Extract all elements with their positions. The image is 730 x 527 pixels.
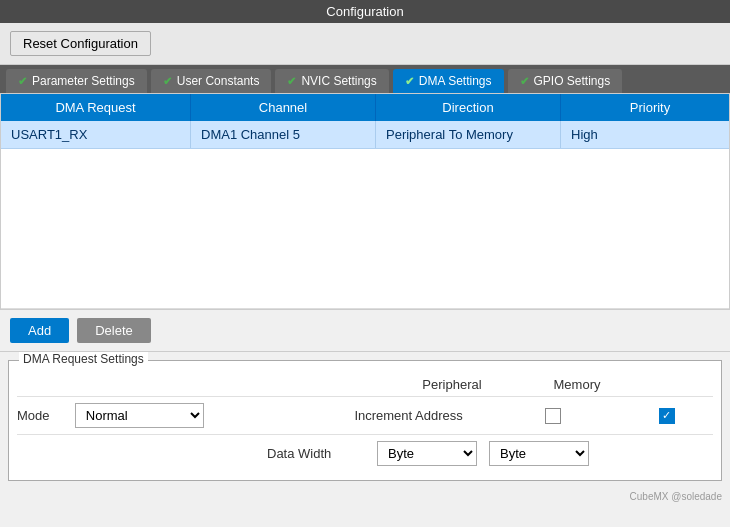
- tabs-bar: ✔ Parameter Settings ✔ User Constants ✔ …: [0, 65, 730, 93]
- tab-dma-check: ✔: [405, 75, 414, 88]
- tab-user-constants-check: ✔: [163, 75, 172, 88]
- button-area: Add Delete: [0, 310, 730, 352]
- tab-dma-label: DMA Settings: [419, 74, 492, 88]
- tab-user-constants[interactable]: ✔ User Constants: [151, 69, 272, 93]
- cell-priority: High: [561, 121, 730, 148]
- tab-nvic-check: ✔: [287, 75, 296, 88]
- settings-legend: DMA Request Settings: [19, 352, 148, 366]
- title-bar: Configuration: [0, 0, 730, 23]
- settings-group: DMA Request Settings Peripheral Memory M…: [8, 360, 722, 481]
- mode-label: Mode: [17, 408, 67, 423]
- col-header-direction: Direction: [376, 94, 561, 121]
- watermark: CubeMX @soledade: [0, 489, 730, 504]
- peripheral-datawidth-select[interactable]: Byte Half Word Word: [377, 441, 477, 466]
- add-button[interactable]: Add: [10, 318, 69, 343]
- cell-direction: Peripheral To Memory: [376, 121, 561, 148]
- reset-configuration-button[interactable]: Reset Configuration: [10, 31, 151, 56]
- toolbar: Reset Configuration: [0, 23, 730, 65]
- table-header: DMA Request Channel Direction Priority: [1, 94, 729, 121]
- tab-gpio-label: GPIO Settings: [534, 74, 611, 88]
- tab-nvic-label: NVIC Settings: [301, 74, 376, 88]
- tab-parameter-label: Parameter Settings: [32, 74, 135, 88]
- tab-parameter-check: ✔: [18, 75, 27, 88]
- tab-parameter[interactable]: ✔ Parameter Settings: [6, 69, 147, 93]
- tab-dma[interactable]: ✔ DMA Settings: [393, 69, 504, 93]
- tab-nvic[interactable]: ✔ NVIC Settings: [275, 69, 388, 93]
- mode-row: Mode Normal Circular Increment Address: [17, 396, 713, 434]
- table-row[interactable]: USART1_RX DMA1 Channel 5 Peripheral To M…: [1, 121, 729, 149]
- memory-datawidth-select[interactable]: Byte Half Word Word: [489, 441, 589, 466]
- peripheral-col-header: Peripheral: [387, 377, 517, 392]
- tab-gpio[interactable]: ✔ GPIO Settings: [508, 69, 623, 93]
- peripheral-checkbox[interactable]: [545, 408, 561, 424]
- col-header-channel: Channel: [191, 94, 376, 121]
- cell-channel: DMA1 Channel 5: [191, 121, 376, 148]
- content-area: DMA Request Channel Direction Priority U…: [0, 93, 730, 310]
- memory-col-header: Memory: [517, 377, 637, 392]
- delete-button[interactable]: Delete: [77, 318, 151, 343]
- col-headers-row: Peripheral Memory: [17, 377, 713, 392]
- datawidth-label: Data Width: [267, 446, 367, 461]
- memory-checkbox-area: [613, 408, 713, 424]
- memory-checkbox[interactable]: [659, 408, 675, 424]
- col-header-request: DMA Request: [1, 94, 191, 121]
- table-empty-area: [1, 149, 729, 309]
- tab-gpio-check: ✔: [520, 75, 529, 88]
- increment-address-label: Increment Address: [354, 408, 484, 423]
- title-label: Configuration: [326, 4, 403, 19]
- tab-user-constants-label: User Constants: [177, 74, 260, 88]
- cell-request: USART1_RX: [1, 121, 191, 148]
- peripheral-checkbox-area: [484, 408, 614, 424]
- datawidth-row: Data Width Byte Half Word Word Byte Half…: [17, 434, 713, 472]
- mode-select[interactable]: Normal Circular: [75, 403, 205, 428]
- col-header-priority: Priority: [561, 94, 730, 121]
